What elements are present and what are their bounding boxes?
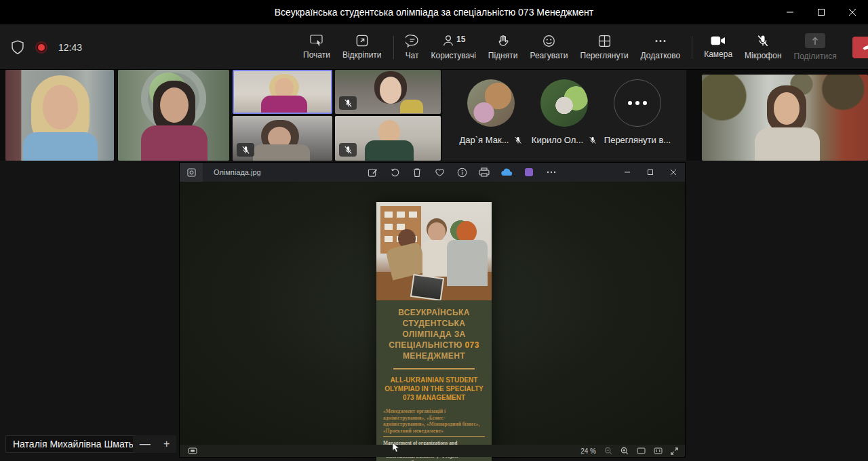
video-strip: Дар`я Мак... Кирило Ол... Переглянути в.…	[0, 70, 868, 161]
cloud-icon[interactable]	[498, 165, 515, 180]
meeting-toolbar: 12:43 Почати Відкріпити Чат 15 Користува…	[0, 24, 868, 70]
favorite-icon[interactable]	[431, 165, 448, 180]
video-tile-participant-1[interactable]	[5, 70, 114, 161]
camera-button[interactable]: Камера	[698, 27, 738, 68]
start-share-label: Почати	[303, 50, 330, 60]
share-button[interactable]: Поділитися	[788, 27, 843, 68]
window-controls	[774, 0, 868, 24]
app-extension-icon[interactable]	[521, 165, 537, 180]
viewer-filename: Олімпіада.jpg	[214, 168, 261, 176]
unpin-label: Відкріпити	[342, 50, 382, 60]
content-zoom-control: — +	[133, 435, 176, 453]
share-label: Поділитися	[794, 52, 837, 61]
more-actions-button[interactable]: Додатково	[635, 27, 687, 68]
react-label: Реагувати	[530, 51, 568, 60]
poster-photo	[376, 202, 492, 300]
edit-image-icon[interactable]	[364, 165, 380, 180]
chat-label: Чат	[406, 51, 419, 60]
viewer-status-bar: 24 %	[180, 445, 685, 457]
avatar	[467, 79, 515, 127]
more-actions-label: Додатково	[641, 51, 681, 60]
viewer-title-bar: Олімпіада.jpg	[180, 163, 685, 182]
video-tile-participant-6[interactable]	[335, 116, 441, 161]
participants-label: Користувачі	[431, 51, 476, 60]
fullscreen-icon[interactable]	[671, 447, 678, 455]
view-label: Переглянути	[580, 51, 629, 60]
video-tile-participant-2[interactable]	[118, 70, 229, 161]
video-tile-participant-5[interactable]	[233, 116, 332, 161]
leave-button[interactable]: Вийти	[852, 37, 868, 58]
viewer-more-icon[interactable]	[543, 165, 559, 180]
close-icon[interactable]	[837, 0, 868, 24]
minimize-icon[interactable]	[774, 0, 806, 24]
poster-title-en: ALL-UKRAINIAN STUDENT OLYMPIAD IN THE SP…	[383, 376, 485, 402]
window-title: Всеукраїнська студентська олімпіада за с…	[275, 7, 593, 18]
poster-divider	[393, 368, 475, 369]
filmstrip-icon[interactable]	[188, 447, 197, 454]
participant-name: Дар`я Мак...	[460, 135, 509, 145]
participant-avatar-2[interactable]: Кирило Ол...	[528, 79, 601, 145]
shared-screen-area: Олімпіада.jpg	[0, 161, 868, 461]
chat-button[interactable]: Чат	[399, 27, 425, 68]
speaker-name: Наталія Михайлівна Шматько	[13, 439, 143, 449]
speaker-name-overlay: Наталія Михайлівна Шматько	[5, 435, 151, 453]
view-more-participants[interactable]: Переглянути в...	[601, 79, 674, 145]
photo-viewer-window: Олімпіада.jpg	[180, 163, 685, 457]
unpin-button[interactable]: Відкріпити	[336, 27, 388, 68]
viewer-minimize-icon[interactable]	[616, 163, 639, 182]
react-button[interactable]: Реагувати	[524, 27, 574, 68]
view-button[interactable]: Переглянути	[574, 27, 635, 68]
raise-hand-button[interactable]: Підняти	[482, 27, 524, 68]
viewer-close-icon[interactable]	[662, 163, 685, 182]
poster-specialties-uk: «Менеджмент організацій і адмініструванн…	[383, 408, 485, 437]
mic-muted-icon	[339, 143, 357, 157]
maximize-icon[interactable]	[806, 0, 837, 24]
share-icon	[805, 33, 825, 48]
zoom-out-button[interactable]: —	[140, 438, 151, 450]
viewer-zoom-out-icon[interactable]	[604, 447, 612, 455]
participant-name: Кирило Ол...	[532, 135, 583, 145]
delete-icon[interactable]	[409, 165, 425, 180]
viewer-window-controls	[616, 163, 685, 182]
microphone-label: Мікрофон	[745, 51, 781, 60]
toolbar-divider	[692, 36, 692, 59]
video-tile-participant-4[interactable]	[335, 70, 441, 114]
video-tile-active-speaker[interactable]	[233, 70, 332, 114]
viewer-maximize-icon[interactable]	[639, 163, 662, 182]
meeting-timer: 12:43	[58, 42, 82, 53]
poster-specialty-number: 073	[465, 340, 479, 350]
mic-muted-icon	[589, 136, 597, 144]
poster-title-uk: ВСЕУКРАЇНСЬКА СТУДЕНТСЬКА ОЛІМПІАДА ЗА С…	[383, 307, 485, 361]
mic-muted-icon	[514, 136, 522, 144]
video-tile-self[interactable]	[702, 75, 868, 161]
start-share-button[interactable]: Почати	[297, 27, 336, 68]
recording-indicator-icon	[35, 41, 47, 54]
zoom-in-button[interactable]: +	[163, 438, 170, 450]
toolbar-divider	[393, 36, 394, 59]
ellipsis-icon	[614, 79, 661, 127]
microphone-button[interactable]: Мікрофон	[738, 27, 787, 68]
participants-button[interactable]: 15 Користувачі	[425, 27, 482, 68]
print-icon[interactable]	[476, 165, 492, 180]
viewer-zoom-in-icon[interactable]	[620, 447, 629, 455]
window-title-bar: Всеукраїнська студентська олімпіада за с…	[0, 0, 868, 24]
mic-muted-icon	[339, 96, 357, 110]
raise-hand-label: Підняти	[488, 51, 518, 60]
actual-size-icon[interactable]	[654, 447, 663, 454]
participant-avatar-1[interactable]: Дар`я Мак...	[454, 79, 528, 145]
info-icon[interactable]	[454, 165, 470, 180]
rotate-icon[interactable]	[387, 165, 403, 180]
olympiad-poster-image: ВСЕУКРАЇНСЬКА СТУДЕНТСЬКА ОЛІМПІАДА ЗА С…	[376, 202, 492, 461]
avatar	[540, 79, 588, 127]
mic-muted-icon	[237, 143, 254, 157]
hangup-icon	[862, 43, 868, 51]
photos-app-icon[interactable]	[180, 163, 203, 182]
viewer-zoom-level: 24 %	[580, 447, 596, 455]
viewer-canvas: ВСЕУКРАЇНСЬКА СТУДЕНТСЬКА ОЛІМПІАДА ЗА С…	[180, 182, 685, 445]
camera-label: Камера	[704, 49, 732, 59]
audio-participants-panel: Дар`я Мак... Кирило Ол... Переглянути в.…	[442, 70, 686, 161]
participants-count-badge: 15	[456, 35, 465, 44]
fit-to-window-icon[interactable]	[637, 447, 646, 454]
view-more-label: Переглянути в...	[604, 135, 671, 145]
mouse-cursor-icon	[392, 442, 400, 453]
